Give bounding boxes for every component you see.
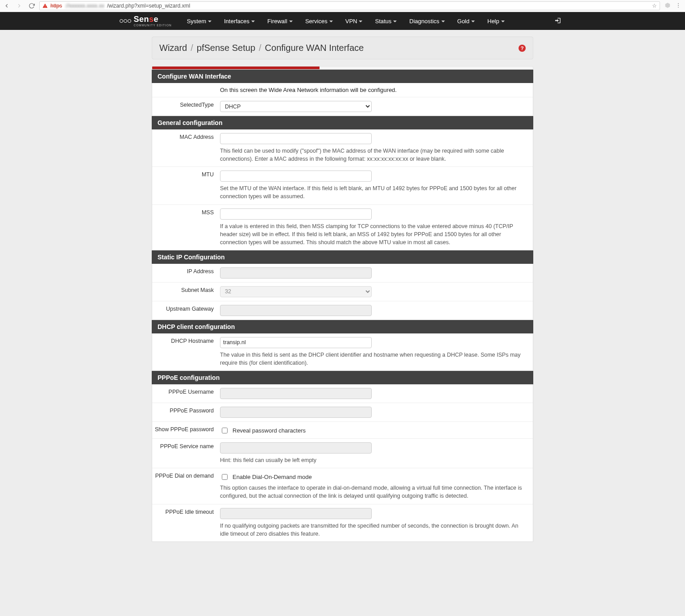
nav-status[interactable]: Status	[369, 12, 403, 30]
selected-type-select[interactable]: DHCP	[220, 101, 372, 112]
mask-select: 32	[220, 286, 372, 297]
url-path: /wizard.php?xml=setup_wizard.xml	[107, 3, 190, 9]
dhcp-host-help: The value in this field is sent as the D…	[220, 351, 527, 367]
mask-label: Subnet Mask	[152, 283, 217, 301]
url-host: ://xxxxxx.xxxx.xx	[65, 3, 104, 9]
panel-header-general: General configuration	[152, 116, 533, 129]
pppoe-user-input	[220, 388, 372, 399]
mac-help: This field can be used to modify ("spoof…	[220, 147, 527, 163]
mss-input[interactable]	[220, 208, 372, 220]
svg-point-1	[678, 5, 679, 6]
logo-icon	[120, 19, 131, 23]
chevron-down-icon	[441, 21, 445, 22]
mtu-label: MTU	[152, 167, 217, 204]
forward-icon[interactable]	[16, 3, 22, 9]
ip-input	[220, 267, 372, 279]
pppoe-user-label: PPPoE Username	[152, 384, 217, 403]
main-navbar: Sense COMMUNITY EDITION System Interface…	[0, 12, 685, 30]
chevron-down-icon	[251, 21, 255, 22]
svc-help: Hint: this field can usually be left emp…	[220, 456, 527, 464]
crumb-wizard[interactable]: Wizard	[159, 43, 187, 53]
mac-input[interactable]	[220, 133, 372, 144]
nav-system[interactable]: System	[181, 12, 218, 30]
nav-interfaces[interactable]: Interfaces	[218, 12, 261, 30]
mss-help: If a value is entered in this field, the…	[220, 222, 527, 246]
panel-header-dhcp: DHCP client configuration	[152, 320, 533, 333]
crumb-current: Configure WAN Interface	[265, 43, 364, 53]
dod-checkbox[interactable]	[222, 474, 228, 480]
breadcrumb-sep: /	[191, 43, 193, 53]
dhcp-host-label: DHCP Hostname	[152, 333, 217, 370]
address-bar[interactable]: https://xxxxxx.xxxx.xx/wizard.php?xml=se…	[39, 1, 660, 10]
back-icon[interactable]	[4, 3, 10, 9]
selected-type-label: SelectedType	[152, 97, 217, 116]
nav-gold[interactable]: Gold	[451, 12, 481, 30]
nav-items: System Interfaces Firewall Services VPN …	[181, 12, 511, 30]
gw-label: Upstream Gateway	[152, 301, 217, 320]
dod-help: This option causes the interface to oper…	[220, 484, 527, 500]
panel-header-wan: Configure WAN Interface	[152, 70, 533, 83]
bookmark-star-icon[interactable]: ☆	[652, 3, 657, 9]
pppoe-pass-input	[220, 407, 372, 418]
breadcrumb: Wizard / pfSense Setup / Configure WAN I…	[152, 37, 533, 59]
wan-intro: On this screen the Wide Area Network inf…	[217, 83, 533, 97]
dod-text: Enable Dial-On-Demand mode	[232, 474, 312, 480]
brand-sub: COMMUNITY EDITION	[134, 24, 172, 27]
chevron-down-icon	[501, 21, 505, 22]
chevron-down-icon	[208, 21, 212, 22]
chevron-down-icon	[359, 21, 362, 22]
showpw-checkbox[interactable]	[222, 428, 228, 433]
panel-header-pppoe: PPPoE configuration	[152, 371, 533, 384]
svc-label: PPPoE Service name	[152, 439, 217, 468]
breadcrumb-sep: /	[259, 43, 262, 53]
mac-label: MAC Address	[152, 129, 217, 166]
chevron-down-icon	[393, 21, 397, 22]
brand-name: Sense	[134, 15, 159, 23]
url-struck: https	[50, 3, 62, 9]
browser-chrome: https://xxxxxx.xxxx.xx/wizard.php?xml=se…	[0, 0, 685, 12]
reload-icon[interactable]	[29, 3, 35, 9]
progress-fill	[152, 67, 320, 69]
chevron-down-icon	[329, 21, 333, 22]
nav-vpn[interactable]: VPN	[339, 12, 369, 30]
ip-label: IP Address	[152, 264, 217, 282]
panel-header-static: Static IP Configuration	[152, 250, 533, 264]
svg-point-2	[678, 7, 679, 8]
chevron-down-icon	[289, 21, 293, 22]
svc-input	[220, 442, 372, 454]
gw-input	[220, 305, 372, 316]
dod-label: PPPoE Dial on demand	[152, 468, 217, 504]
nav-firewall[interactable]: Firewall	[261, 12, 299, 30]
mtu-input[interactable]	[220, 171, 372, 182]
logout-icon[interactable]	[554, 17, 561, 25]
crumb-setup[interactable]: pfSense Setup	[197, 43, 255, 53]
chevron-down-icon	[471, 21, 475, 22]
nav-services[interactable]: Services	[299, 12, 339, 30]
extension-icon[interactable]	[664, 2, 671, 10]
wizard-progress	[152, 66, 533, 70]
menu-vert-icon[interactable]	[675, 2, 681, 10]
mss-label: MSS	[152, 205, 217, 250]
mtu-help: Set the MTU of the WAN interface. If thi…	[220, 184, 527, 200]
idle-label: PPPoE Idle timeout	[152, 504, 217, 541]
help-icon[interactable]: ?	[519, 45, 526, 52]
showpw-label: Show PPPoE password	[152, 422, 217, 438]
showpw-text: Reveal password characters	[232, 427, 306, 434]
idle-help: If no qualifying outgoing packets are tr…	[220, 522, 527, 538]
nav-help[interactable]: Help	[481, 12, 511, 30]
brand-logo[interactable]: Sense COMMUNITY EDITION	[120, 15, 172, 27]
svg-point-0	[678, 3, 679, 4]
not-secure-icon	[42, 3, 48, 8]
nav-diagnostics[interactable]: Diagnostics	[403, 12, 451, 30]
pppoe-pass-label: PPPoE Password	[152, 403, 217, 421]
idle-input	[220, 508, 372, 519]
dhcp-host-input[interactable]	[220, 337, 372, 348]
